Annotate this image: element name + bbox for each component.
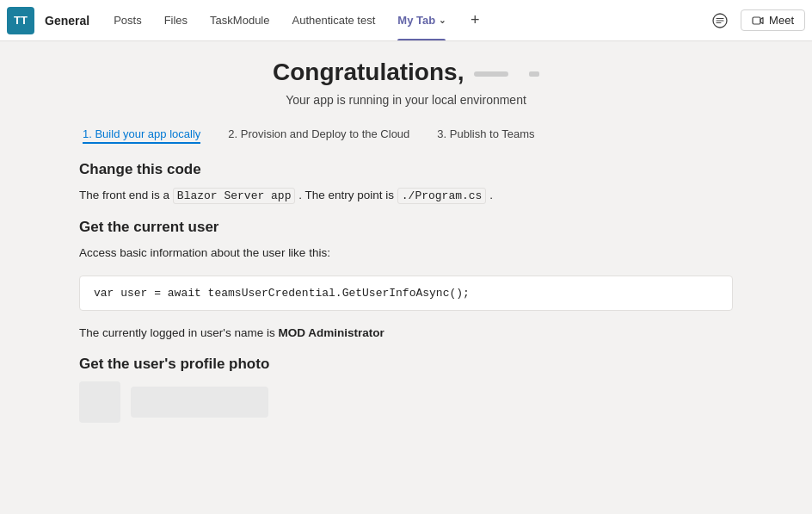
step-2[interactable]: 2. Provision and Deploy to the Cloud bbox=[228, 127, 409, 140]
team-avatar: TT bbox=[7, 7, 34, 34]
get-user-code-block: var user = await teamsUserCredential.Get… bbox=[79, 276, 733, 311]
nav-tabs: Posts Files TaskModule Authenticate test… bbox=[103, 0, 489, 40]
tab-files[interactable]: Files bbox=[154, 0, 198, 40]
tab-posts[interactable]: Posts bbox=[103, 0, 152, 40]
username-bold: MOD Administrator bbox=[278, 326, 384, 339]
profile-photo-heading: Get the user's profile photo bbox=[79, 356, 733, 373]
content-wrapper: Congratulations, Your app is running in … bbox=[79, 59, 733, 497]
profile-photo-placeholder bbox=[79, 381, 120, 423]
tab-taskmodule[interactable]: TaskModule bbox=[200, 0, 280, 40]
change-code-text: The front end is a Blazor Server app . T… bbox=[79, 187, 733, 205]
profile-photo-button-placeholder[interactable] bbox=[131, 387, 268, 418]
nav-right: Meet bbox=[706, 7, 805, 34]
nav-bar: TT General Posts Files TaskModule Authen… bbox=[0, 0, 812, 41]
meet-label: Meet bbox=[769, 14, 794, 27]
my-tab-chevron-icon: ⌄ bbox=[439, 15, 446, 25]
congrats-dash bbox=[529, 71, 539, 77]
svg-rect-1 bbox=[753, 17, 760, 24]
tab-authenticate-test[interactable]: Authenticate test bbox=[281, 0, 385, 40]
meet-button[interactable]: Meet bbox=[741, 9, 805, 31]
get-user-heading: Get the current user bbox=[79, 219, 733, 236]
congrats-title: Congratulations, bbox=[79, 59, 733, 86]
logged-in-text: The currently logged in user's name is M… bbox=[79, 325, 733, 342]
congrats-dots bbox=[474, 71, 508, 77]
main-content: Congratulations, Your app is running in … bbox=[0, 41, 812, 514]
change-code-heading: Change this code bbox=[79, 161, 733, 178]
step-3[interactable]: 3. Publish to Teams bbox=[437, 127, 534, 140]
blazor-server-code: Blazor Server app bbox=[173, 188, 296, 204]
tab-my-tab[interactable]: My Tab ⌄ bbox=[387, 0, 456, 40]
step-1[interactable]: 1. Build your app locally bbox=[83, 127, 200, 140]
add-tab-button[interactable]: + bbox=[461, 7, 489, 34]
get-user-description: Access basic information about the user … bbox=[79, 245, 733, 262]
steps-nav: 1. Build your app locally 2. Provision a… bbox=[79, 127, 733, 140]
subtitle: Your app is running in your local enviro… bbox=[79, 93, 733, 107]
profile-photo-area bbox=[79, 381, 733, 423]
chat-icon-button[interactable] bbox=[706, 7, 734, 34]
program-cs-code: ./Program.cs bbox=[397, 188, 487, 204]
channel-name: General bbox=[45, 14, 89, 28]
